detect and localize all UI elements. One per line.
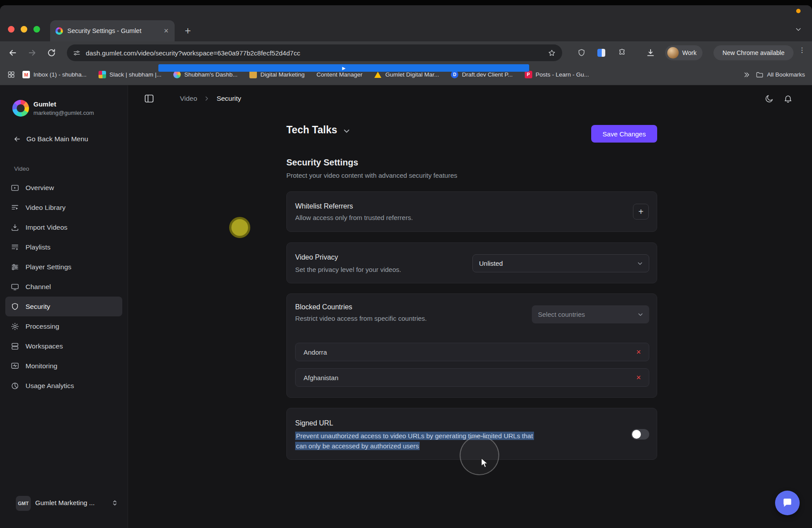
sidebar-item-channel[interactable]: Channel xyxy=(5,277,122,297)
org-name: Gumlet xyxy=(33,100,94,108)
signed-url-title: Signed URL xyxy=(295,419,333,427)
toggle-knob xyxy=(632,430,641,439)
channel-icon xyxy=(11,282,19,291)
sidebar-toggle-icon[interactable] xyxy=(144,93,154,104)
org-email: marketing@gumlet.com xyxy=(33,110,94,116)
monitoring-icon xyxy=(11,362,19,370)
bookmark-gumlet-digital[interactable]: Gumlet Digital Mar... xyxy=(374,71,439,78)
sidebar-item-workspaces[interactable]: Workspaces xyxy=(5,336,122,356)
theme-moon-icon[interactable] xyxy=(764,94,774,103)
sidebar-item-usage-analytics[interactable]: Usage Analytics xyxy=(5,376,122,396)
signed-url-description-line1: Prevent unauthorized access to video URL… xyxy=(295,431,534,441)
sliders-icon xyxy=(11,263,19,271)
downloads-icon[interactable] xyxy=(646,48,655,58)
dashboard-icon xyxy=(173,71,181,78)
new-tab-button[interactable]: + xyxy=(181,25,194,37)
bookmarks-overflow-chevrons-icon[interactable] xyxy=(743,71,750,79)
tab-search-chevron-icon[interactable] xyxy=(794,26,802,33)
tab-strip: Security Settings - Gumlet × + xyxy=(0,5,812,41)
save-changes-button[interactable]: Save Changes xyxy=(591,125,657,143)
bookmark-inbox[interactable]: MInbox (1) - shubha... xyxy=(22,71,87,78)
overview-icon xyxy=(11,183,19,192)
back-icon[interactable] xyxy=(8,48,18,58)
page-title: Security Settings xyxy=(286,158,358,168)
profile-name: Work xyxy=(682,49,696,56)
country-name: Afghanistan xyxy=(304,374,338,381)
gumlet-logo xyxy=(12,100,29,117)
notifications-bell-icon[interactable] xyxy=(783,94,793,103)
blocked-description: Restrict video access from specific coun… xyxy=(295,315,427,322)
window-controls xyxy=(8,26,40,33)
go-back-main-menu-link[interactable]: Go Back Main Menu xyxy=(13,135,88,143)
blocked-country-row: Afghanistan × xyxy=(295,368,649,387)
apps-grid-icon[interactable] xyxy=(7,70,15,79)
remove-country-icon[interactable]: × xyxy=(636,348,641,356)
sidebar-nav: Overview Video Library Import Videos Pla… xyxy=(5,178,122,396)
sidebar-item-video-library[interactable]: Video Library xyxy=(5,198,122,217)
bookmark-star-icon[interactable] xyxy=(548,49,556,57)
bookmark-content-manager[interactable]: ▶Content Manager xyxy=(317,71,362,78)
url-text: dash.gumlet.com/video/security?workspace… xyxy=(86,49,548,57)
minimize-window-button[interactable] xyxy=(21,26,27,33)
all-bookmarks[interactable]: All Bookmarks xyxy=(756,71,805,79)
bookmark-posts-learn[interactable]: PPosts - Learn - Gu... xyxy=(525,71,589,78)
zoom-window-button[interactable] xyxy=(33,26,40,33)
reload-icon[interactable] xyxy=(47,48,56,58)
pie-chart-icon xyxy=(11,381,19,390)
workspace-selector[interactable]: Tech Talks xyxy=(286,124,351,136)
sidebar-item-security[interactable]: Security xyxy=(5,297,122,316)
browser-tab[interactable]: Security Settings - Gumlet × xyxy=(50,20,175,41)
browser-menu-icon[interactable]: ⋮ xyxy=(799,48,802,51)
sidebar-item-processing[interactable]: Processing xyxy=(5,316,122,336)
privacy-level-select[interactable]: Unlisted xyxy=(472,254,649,272)
select-countries-dropdown[interactable]: Select countries xyxy=(532,305,649,323)
workspaces-icon xyxy=(11,342,19,351)
signed-url-toggle[interactable] xyxy=(631,429,649,440)
video-library-icon xyxy=(11,203,19,212)
privacy-shield-extension-icon[interactable] xyxy=(577,48,587,58)
profile-chip[interactable]: Work xyxy=(665,45,702,60)
site-settings-icon[interactable] xyxy=(73,49,80,57)
sidebar-item-monitoring[interactable]: Monitoring xyxy=(5,356,122,376)
sidebar-item-player-settings[interactable]: Player Settings xyxy=(5,257,122,277)
breadcrumb-video[interactable]: Video xyxy=(180,95,197,103)
bookmark-draft-dev[interactable]: DDraft.dev Client P... xyxy=(451,71,512,78)
playlists-icon xyxy=(11,243,19,252)
sidebar-item-overview[interactable]: Overview xyxy=(5,178,122,198)
workspace-name: Tech Talks xyxy=(286,124,337,136)
sider-extension-icon[interactable] xyxy=(597,49,607,59)
main-panel: Video Security Tech Talks Save Changes xyxy=(128,85,812,528)
remove-country-icon[interactable]: × xyxy=(636,374,641,381)
bookmark-digital-marketing[interactable]: Digital Marketing xyxy=(249,71,305,78)
bookmark-slack[interactable]: Slack | shubham |... xyxy=(99,71,161,78)
sidebar-footer-account[interactable]: GMT Gumlet Marketing ... xyxy=(0,495,128,516)
chrome-update-button[interactable]: New Chrome available xyxy=(713,45,794,60)
bookmark-dashboard[interactable]: Shubham's Dashb... xyxy=(173,71,238,78)
sidebar-item-playlists[interactable]: Playlists xyxy=(5,237,122,257)
chat-widget-button[interactable] xyxy=(775,491,800,515)
select-countries-placeholder: Select countries xyxy=(538,311,585,318)
posts-icon: P xyxy=(525,71,532,78)
country-name: Andorra xyxy=(304,348,327,356)
import-icon xyxy=(11,223,19,232)
folder-doc-icon xyxy=(249,71,257,78)
address-bar[interactable]: dash.gumlet.com/video/security?workspace… xyxy=(67,44,562,61)
blocked-country-row: Andorra × xyxy=(295,343,649,361)
gmail-icon: M xyxy=(22,71,30,78)
tab-close-icon[interactable]: × xyxy=(163,27,169,35)
slack-icon xyxy=(99,71,106,78)
signed-url-description-line2: can only be accessed by authorized users xyxy=(295,441,420,451)
chevron-right-icon xyxy=(203,95,210,102)
chevrons-up-down-icon xyxy=(111,499,119,507)
blocked-title: Blocked Countries xyxy=(295,303,352,311)
folder-icon xyxy=(756,71,764,79)
chat-icon xyxy=(782,497,793,509)
workspace-account[interactable]: Gumlet marketing@gumlet.com xyxy=(12,100,94,117)
sidebar-item-import-videos[interactable]: Import Videos xyxy=(5,217,122,237)
tab-title: Security Settings - Gumlet xyxy=(67,27,163,34)
forward-icon[interactable] xyxy=(27,48,37,58)
privacy-title: Video Privacy xyxy=(295,253,338,261)
close-window-button[interactable] xyxy=(8,26,15,33)
extensions-puzzle-icon[interactable] xyxy=(618,48,627,58)
add-referrer-button[interactable]: + xyxy=(633,204,649,220)
